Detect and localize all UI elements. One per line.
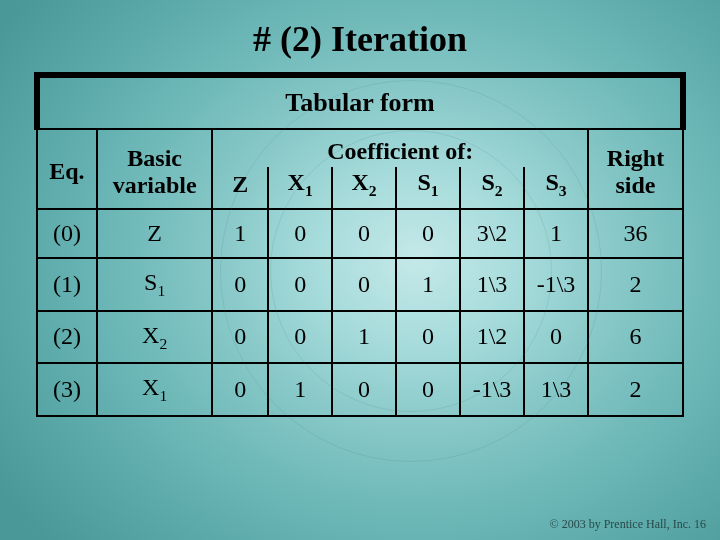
cell: 0: [332, 258, 396, 311]
cell: 0: [332, 363, 396, 416]
cell: 1: [212, 209, 268, 258]
cell: 0: [396, 311, 460, 364]
header-x1: X1: [268, 167, 332, 209]
cell: 0: [396, 209, 460, 258]
cell: 1: [524, 209, 588, 258]
footer-copyright: © 2003 by Prentice Hall, Inc. 16: [550, 517, 706, 532]
cell: 3\2: [460, 209, 524, 258]
cell: 0: [524, 311, 588, 364]
cell-eq: (1): [37, 258, 97, 311]
cell: 1: [396, 258, 460, 311]
cell-basic: X1: [97, 363, 213, 416]
table-row: (3) X1 0 1 0 0 -1\3 1\3 2: [37, 363, 683, 416]
header-right: Right side: [588, 129, 683, 209]
cell: 0: [212, 363, 268, 416]
cell-right: 36: [588, 209, 683, 258]
cell: 0: [268, 209, 332, 258]
header-s3: S3: [524, 167, 588, 209]
cell: 1: [268, 363, 332, 416]
header-s1: S1: [396, 167, 460, 209]
cell: 0: [212, 311, 268, 364]
table-row: (1) S1 0 0 0 1 1\3 -1\3 2: [37, 258, 683, 311]
cell-basic: S1: [97, 258, 213, 311]
cell-eq: (3): [37, 363, 97, 416]
table-row: (0) Z 1 0 0 0 3\2 1 36: [37, 209, 683, 258]
page-title: # (2) Iteration: [0, 0, 720, 72]
cell: 0: [212, 258, 268, 311]
cell-eq: (2): [37, 311, 97, 364]
cell: 0: [268, 258, 332, 311]
cell-eq: (0): [37, 209, 97, 258]
header-eq: Eq.: [37, 129, 97, 209]
table-row: (2) X2 0 0 1 0 1\2 0 6: [37, 311, 683, 364]
cell-basic: X2: [97, 311, 213, 364]
cell: -1\3: [524, 258, 588, 311]
cell: 0: [332, 209, 396, 258]
cell-basic: Z: [97, 209, 213, 258]
cell: 1\3: [524, 363, 588, 416]
cell: 1\2: [460, 311, 524, 364]
cell: -1\3: [460, 363, 524, 416]
header-x2: X2: [332, 167, 396, 209]
header-z: Z: [212, 167, 268, 209]
simplex-table: Tabular form Eq. Basic variable Coeffici…: [34, 72, 686, 417]
cell-right: 6: [588, 311, 683, 364]
cell: 0: [268, 311, 332, 364]
cell: 1: [332, 311, 396, 364]
header-basic: Basic variable: [97, 129, 213, 209]
cell-right: 2: [588, 363, 683, 416]
header-coef-of: Coefficient of:: [212, 129, 588, 167]
cell-right: 2: [588, 258, 683, 311]
cell: 0: [396, 363, 460, 416]
cell: 1\3: [460, 258, 524, 311]
table-caption: Tabular form: [37, 75, 683, 129]
header-s2: S2: [460, 167, 524, 209]
